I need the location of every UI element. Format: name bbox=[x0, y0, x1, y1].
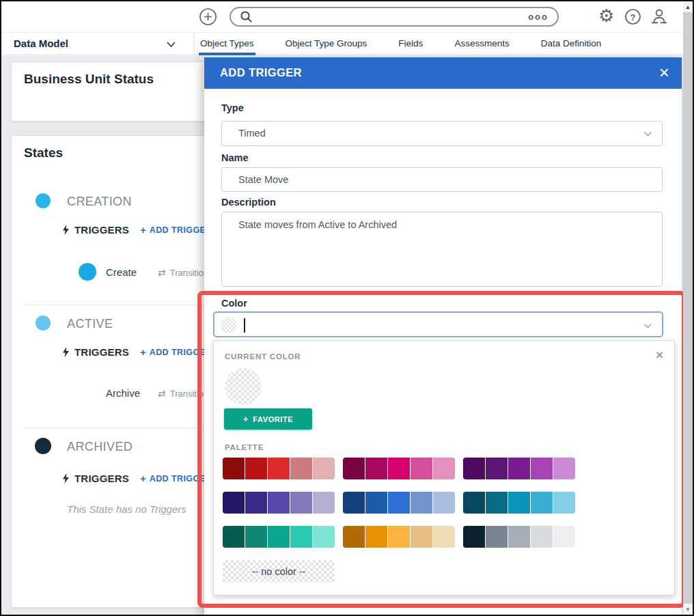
color-swatch[interactable] bbox=[290, 526, 312, 548]
scroll-down-arrow[interactable]: ▼ bbox=[683, 604, 693, 615]
type-select[interactable]: Timed bbox=[221, 121, 663, 146]
add-trigger-link[interactable]: + ADD TRIGGER bbox=[140, 473, 212, 484]
color-swatch[interactable] bbox=[531, 492, 553, 514]
user-profile-icon[interactable] bbox=[650, 8, 668, 25]
color-swatch[interactable] bbox=[313, 458, 335, 479]
color-swatch[interactable] bbox=[365, 458, 387, 479]
color-swatch[interactable] bbox=[531, 458, 553, 479]
color-swatch[interactable] bbox=[553, 492, 575, 514]
color-swatch[interactable] bbox=[245, 526, 267, 548]
color-swatch[interactable] bbox=[268, 492, 290, 514]
type-value: Timed bbox=[238, 128, 266, 139]
color-swatch[interactable] bbox=[553, 526, 575, 548]
color-swatch[interactable] bbox=[388, 492, 410, 514]
favorite-button[interactable]: + FAVORITE bbox=[224, 408, 312, 430]
trigger-name[interactable]: Create bbox=[106, 266, 137, 278]
tab-object-types[interactable]: Object Types bbox=[200, 33, 254, 55]
color-swatch[interactable] bbox=[245, 458, 267, 479]
settings-gear-icon[interactable]: ⚙ bbox=[598, 5, 614, 26]
description-textarea[interactable]: State moves from Active to Archived bbox=[221, 212, 663, 287]
svg-text:?: ? bbox=[630, 12, 636, 23]
color-swatch[interactable] bbox=[290, 492, 312, 514]
triggers-row: TRIGGERS bbox=[62, 223, 129, 236]
color-swatch[interactable] bbox=[463, 492, 485, 514]
triggers-label: TRIGGERS bbox=[74, 224, 129, 236]
no-color-option[interactable]: -- no color -- bbox=[223, 560, 335, 583]
color-swatch[interactable] bbox=[411, 492, 432, 514]
color-swatch[interactable] bbox=[388, 526, 410, 548]
palette-group bbox=[463, 458, 575, 479]
color-swatch[interactable] bbox=[553, 458, 575, 479]
color-swatch[interactable] bbox=[388, 458, 410, 479]
palette-group bbox=[463, 526, 575, 548]
color-swatch[interactable] bbox=[433, 526, 455, 548]
state-color-dot bbox=[36, 193, 51, 208]
app-window: ooo ⚙ ? Data Model Object Types Object T… bbox=[0, 0, 694, 616]
color-swatch[interactable] bbox=[486, 526, 508, 548]
text-cursor bbox=[244, 318, 245, 333]
color-swatch[interactable] bbox=[411, 458, 432, 479]
color-swatch[interactable] bbox=[268, 526, 290, 548]
color-swatch[interactable] bbox=[508, 492, 530, 514]
trigger-name[interactable]: Archive bbox=[106, 387, 140, 399]
plus-icon: + bbox=[243, 414, 249, 424]
color-swatch[interactable] bbox=[290, 458, 312, 479]
create-plus-icon[interactable] bbox=[199, 8, 217, 26]
color-swatch[interactable] bbox=[463, 458, 485, 479]
color-swatch[interactable] bbox=[411, 526, 432, 548]
color-swatch[interactable] bbox=[343, 526, 365, 548]
color-swatch[interactable] bbox=[268, 458, 290, 479]
palette-row bbox=[223, 458, 575, 479]
color-swatch[interactable] bbox=[223, 526, 245, 548]
search-input[interactable] bbox=[253, 8, 528, 25]
add-trigger-link[interactable]: + ADD TRIGGER bbox=[140, 224, 212, 236]
scroll-up-arrow[interactable]: ▲ bbox=[683, 1, 693, 12]
search-bar[interactable]: ooo bbox=[230, 7, 559, 27]
color-swatch[interactable] bbox=[365, 492, 387, 514]
module-selector[interactable]: Data Model bbox=[14, 33, 68, 55]
modal-title: ADD TRIGGER bbox=[220, 66, 302, 79]
color-swatch[interactable] bbox=[223, 458, 245, 479]
more-options-dots[interactable]: ooo bbox=[528, 12, 549, 22]
palette-group bbox=[223, 458, 335, 479]
state-name: CREATION bbox=[67, 195, 132, 209]
lightning-bolt-icon bbox=[62, 225, 70, 235]
picker-close-icon[interactable]: × bbox=[656, 348, 663, 363]
color-swatch[interactable] bbox=[343, 458, 365, 479]
plus-icon: + bbox=[140, 224, 146, 236]
tab-assessments[interactable]: Assessments bbox=[454, 33, 509, 55]
tab-object-type-groups[interactable]: Object Type Groups bbox=[286, 33, 367, 55]
palette-group bbox=[463, 492, 575, 514]
color-swatch[interactable] bbox=[313, 492, 335, 514]
triggers-label: TRIGGERS bbox=[74, 346, 129, 358]
color-swatch[interactable] bbox=[433, 492, 455, 514]
tab-fields[interactable]: Fields bbox=[398, 33, 423, 55]
name-input[interactable]: State Move bbox=[221, 167, 663, 192]
color-swatch[interactable] bbox=[508, 526, 530, 548]
color-swatch[interactable] bbox=[343, 492, 365, 514]
color-combobox[interactable] bbox=[213, 311, 663, 337]
nav-bar: Data Model Object Types Object Type Grou… bbox=[1, 32, 683, 55]
color-swatch[interactable] bbox=[245, 492, 267, 514]
lightning-bolt-icon bbox=[62, 473, 70, 484]
tab-data-definition[interactable]: Data Definition bbox=[541, 33, 602, 55]
color-swatch[interactable] bbox=[313, 526, 335, 548]
close-icon[interactable]: × bbox=[659, 61, 669, 83]
modal-header: ADD TRIGGER × bbox=[204, 57, 682, 89]
description-label: Description bbox=[221, 197, 276, 208]
color-swatch[interactable] bbox=[433, 458, 455, 479]
help-icon[interactable]: ? bbox=[624, 8, 641, 25]
color-swatch[interactable] bbox=[508, 458, 530, 479]
plus-icon: + bbox=[140, 473, 146, 484]
chevron-down-icon[interactable] bbox=[167, 42, 176, 48]
color-swatch[interactable] bbox=[486, 492, 508, 514]
vertical-scrollbar[interactable]: ▲ ▼ bbox=[683, 1, 693, 615]
color-swatch[interactable] bbox=[486, 458, 508, 479]
color-swatch[interactable] bbox=[365, 526, 387, 548]
color-swatch[interactable] bbox=[463, 526, 485, 548]
color-swatch[interactable] bbox=[223, 492, 245, 514]
add-trigger-link[interactable]: + ADD TRIGGER bbox=[140, 346, 212, 358]
color-swatch[interactable] bbox=[531, 526, 553, 548]
transitions-link[interactable]: ⇄ Transitio bbox=[158, 388, 204, 399]
color-picker-panel: CURRENT COLOR × + FAVORITE PALETTE -- no… bbox=[213, 340, 675, 596]
